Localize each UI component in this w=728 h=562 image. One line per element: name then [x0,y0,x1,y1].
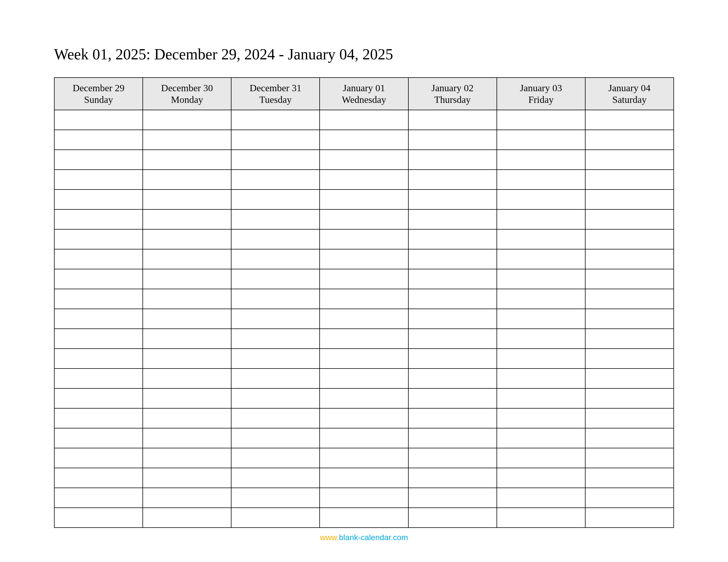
calendar-cell [54,289,143,309]
calendar-cell [497,309,585,329]
calendar-cell [497,210,585,229]
calendar-row [54,468,674,488]
calendar-cell [231,130,320,150]
calendar-cell [143,488,231,508]
calendar-cell [320,408,408,428]
calendar-header-row: December 29 Sunday December 30 Monday De… [54,78,674,110]
calendar-cell [54,329,143,348]
calendar-cell [585,269,674,289]
calendar-cell [497,269,585,289]
calendar-row [54,368,674,388]
calendar-cell [231,368,320,388]
calendar-cell [231,309,320,329]
calendar-cell [497,150,585,170]
calendar-cell [408,408,497,428]
day-header: January 01 Wednesday [320,78,408,110]
calendar-cell [408,388,497,408]
calendar-cell [320,190,408,210]
calendar-cell [54,348,143,368]
calendar-cell [143,190,231,210]
day-header: December 30 Monday [143,78,231,110]
calendar-cell [585,368,674,388]
calendar-cell [143,508,231,528]
calendar-cell [143,229,231,249]
calendar-cell [585,190,674,210]
calendar-row [54,110,674,130]
calendar-cell [497,408,585,428]
calendar-cell [497,348,585,368]
calendar-cell [585,110,674,130]
calendar-row [54,329,674,348]
calendar-cell [143,428,231,448]
calendar-cell [408,190,497,210]
calendar-cell [497,170,585,190]
calendar-cell [143,468,231,488]
day-header-weekday: Friday [497,94,585,106]
calendar-row [54,408,674,428]
calendar-cell [585,388,674,408]
calendar-cell [408,329,497,348]
calendar-cell [497,110,585,130]
calendar-cell [320,229,408,249]
calendar-cell [231,249,320,269]
calendar-cell [408,428,497,448]
calendar-cell [408,229,497,249]
footer-url-domain: blank-calendar.com [339,533,408,542]
calendar-cell [585,468,674,488]
calendar-cell [320,110,408,130]
calendar-cell [143,388,231,408]
calendar-row [54,448,674,468]
calendar-cell [408,368,497,388]
page-title: Week 01, 2025: December 29, 2024 - Janua… [54,45,674,63]
calendar-cell [320,309,408,329]
calendar-cell [320,150,408,170]
calendar-cell [143,408,231,428]
calendar-cell [585,329,674,348]
calendar-cell [143,110,231,130]
calendar-cell [231,329,320,348]
footer-source-url: www.blank-calendar.com [0,533,728,542]
calendar-cell [143,269,231,289]
calendar-cell [320,348,408,368]
day-header: January 04 Saturday [585,78,674,110]
calendar-cell [231,289,320,309]
calendar-cell [320,170,408,190]
day-header: December 31 Tuesday [231,78,320,110]
calendar-row [54,269,674,289]
calendar-cell [54,150,143,170]
calendar-cell [497,428,585,448]
day-header: December 29 Sunday [54,78,143,110]
calendar-cell [585,348,674,368]
day-header-weekday: Tuesday [231,94,319,106]
calendar-cell [408,468,497,488]
calendar-cell [497,388,585,408]
calendar-cell [585,408,674,428]
calendar-cell [585,170,674,190]
calendar-cell [231,269,320,289]
calendar-cell [143,249,231,269]
calendar-cell [231,229,320,249]
calendar-cell [231,428,320,448]
calendar-cell [143,130,231,150]
calendar-cell [320,488,408,508]
calendar-cell [320,388,408,408]
calendar-cell [54,508,143,528]
calendar-cell [408,170,497,190]
day-header-weekday: Sunday [55,94,142,106]
calendar-cell [54,130,143,150]
calendar-cell [497,329,585,348]
calendar-cell [497,448,585,468]
day-header-weekday: Wednesday [320,94,408,106]
calendar-cell [408,249,497,269]
day-header-weekday: Thursday [409,94,497,106]
day-header-weekday: Monday [143,94,231,106]
calendar-cell [54,368,143,388]
calendar-cell [54,229,143,249]
calendar-cell [320,210,408,229]
calendar-cell [585,428,674,448]
calendar-cell [585,130,674,150]
calendar-cell [54,170,143,190]
calendar-cell [320,289,408,309]
calendar-cell [408,210,497,229]
calendar-cell [143,170,231,190]
